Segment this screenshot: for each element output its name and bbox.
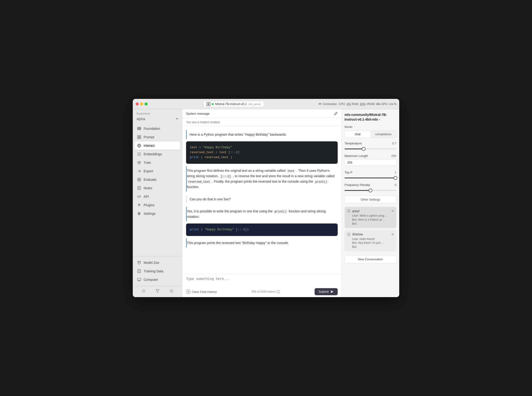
graduation-icon bbox=[137, 160, 141, 165]
model-suffix: mlx_server bbox=[248, 103, 261, 105]
monitor-icon bbox=[137, 278, 141, 282]
conv-header-1: qnkyf ✕ bbox=[347, 209, 394, 213]
sidebar-item-train[interactable]: Train bbox=[135, 159, 180, 167]
sidebar-item-embeddings[interactable]: Embeddings bbox=[135, 150, 180, 158]
svg-rect-41 bbox=[137, 278, 141, 280]
svg-point-36 bbox=[140, 261, 141, 262]
prompt-label: Prompt bbox=[144, 135, 154, 139]
minimize-button[interactable] bbox=[140, 102, 143, 105]
top-p-label: Top P bbox=[344, 171, 352, 174]
foundation-label: Foundation bbox=[144, 127, 160, 130]
clear-chat-button[interactable]: ✕ Clear Chat History bbox=[186, 290, 217, 294]
top-p-slider[interactable] bbox=[344, 175, 396, 180]
conv-bot-2: Bot: Hey there! I'm just ... bbox=[352, 241, 394, 245]
embeddings-label: Embeddings bbox=[144, 152, 162, 156]
code-token: = bbox=[216, 151, 219, 154]
gear-icon[interactable] bbox=[169, 289, 174, 293]
main-content: Experiment: alpha Foundation bbox=[133, 109, 399, 297]
mode-buttons: chat completions bbox=[344, 130, 396, 138]
mode-chat-button[interactable]: chat bbox=[345, 131, 371, 138]
new-conversation-button[interactable]: New Conversation bbox=[344, 255, 396, 263]
other-settings-button[interactable]: Other Settings bbox=[344, 196, 396, 204]
sun-icon[interactable] bbox=[141, 289, 146, 293]
token-info: 956 of 2048 tokens i bbox=[252, 290, 280, 293]
sidebar-item-export[interactable]: Export bbox=[135, 167, 180, 175]
svg-point-12 bbox=[138, 154, 138, 155]
cpu-value: 4% bbox=[347, 102, 351, 106]
code-token: [::-1]) bbox=[236, 228, 249, 231]
maximize-button[interactable] bbox=[144, 102, 148, 105]
vram-value: 0% bbox=[376, 102, 380, 106]
bot-text-2d: . Finally, the program prints the revers… bbox=[212, 180, 314, 183]
conv-close-1[interactable]: ✕ bbox=[391, 209, 394, 213]
info-icon: i bbox=[277, 290, 280, 293]
max-length-section: Maximum Length 256 bbox=[344, 154, 396, 168]
max-length-input[interactable] bbox=[344, 159, 396, 166]
stop-icon[interactable] bbox=[206, 102, 210, 106]
sidebar-item-interact[interactable]: Interact bbox=[135, 142, 180, 150]
right-panel: mlx-community/Mistral-7B-Instruct-v0.1-4… bbox=[342, 109, 399, 297]
export-icon bbox=[137, 169, 141, 173]
export-label: Export bbox=[144, 169, 153, 173]
sidebar-item-foundation[interactable]: Foundation bbox=[135, 125, 180, 133]
inline-code-3: reversed_text bbox=[187, 180, 211, 184]
svg-point-32 bbox=[139, 213, 140, 214]
inline-code-5: print() bbox=[274, 210, 288, 214]
bot-text-4: This program prints the reversed text "B… bbox=[187, 241, 289, 245]
freq-penalty-slider[interactable] bbox=[344, 188, 396, 193]
code-token: print bbox=[190, 156, 199, 159]
target-icon bbox=[137, 177, 141, 182]
edit-system-message-button[interactable] bbox=[334, 112, 338, 115]
message-block-2: Can you do that in one line? bbox=[186, 195, 338, 203]
plugins-label: Plugins bbox=[144, 203, 154, 207]
freq-penalty-section: Frequency Penalty 0 bbox=[344, 183, 396, 193]
sidebar-item-api[interactable]: API bbox=[135, 192, 180, 201]
conv-close-2[interactable]: ✕ bbox=[391, 233, 394, 236]
sliders-icon bbox=[137, 211, 141, 216]
chat-input-field[interactable] bbox=[186, 277, 338, 285]
sidebar-item-training-data[interactable]: Training Data bbox=[135, 267, 180, 275]
sidebar-item-prompt[interactable]: Prompt bbox=[135, 133, 180, 141]
sidebar-item-evaluate[interactable]: Evaluate bbox=[135, 175, 180, 184]
submit-button[interactable]: Submit bbox=[315, 288, 338, 295]
sidebar-nav: Foundation Prompt bbox=[133, 125, 182, 255]
gpu-label: GPU: bbox=[381, 102, 388, 106]
mode-completions-button[interactable]: completions bbox=[371, 131, 396, 138]
svg-point-35 bbox=[138, 261, 139, 262]
system-message-field[interactable] bbox=[186, 120, 338, 124]
conv-user-2: User: Hello friend! bbox=[352, 237, 394, 241]
close-button[interactable] bbox=[136, 102, 139, 105]
sidebar-item-model-zoo[interactable]: Model Zoo bbox=[135, 259, 180, 267]
top-p-section: Top P 1 bbox=[344, 171, 396, 180]
mode-label: Mode: bbox=[344, 125, 396, 129]
trophy-icon[interactable] bbox=[155, 289, 160, 293]
temperature-header: Temperature 0.7 bbox=[344, 142, 396, 145]
code-token: text bbox=[190, 146, 197, 149]
status-dot bbox=[212, 103, 214, 105]
sidebar-item-computer[interactable]: Computer bbox=[135, 276, 180, 284]
temperature-slider[interactable] bbox=[344, 146, 396, 151]
bot-message-4: This program prints the reversed text "B… bbox=[186, 238, 338, 247]
inline-code-2: [::-1] bbox=[220, 175, 232, 178]
freq-penalty-label: Frequency Penalty bbox=[344, 183, 370, 187]
svg-line-49 bbox=[142, 292, 143, 292]
svg-point-11 bbox=[140, 153, 141, 153]
svg-point-17 bbox=[140, 155, 141, 156]
message-block-3: Yes, it is possible to write the program… bbox=[186, 207, 338, 248]
top-p-value: 1 bbox=[395, 171, 396, 174]
traffic-lights bbox=[136, 102, 148, 105]
conv-bot-1b: Bot: bbox=[352, 222, 394, 226]
experiment-selector[interactable]: alpha bbox=[133, 116, 182, 122]
conversation-item-1[interactable]: qnkyf ✕ User: Write a python prog ... Bo… bbox=[344, 207, 396, 228]
ram-label: RAM: bbox=[352, 102, 359, 106]
bot-text-1: Here is a Python program that writes "Ha… bbox=[190, 133, 286, 136]
sidebar-item-notes[interactable]: Notes bbox=[135, 184, 180, 192]
temperature-label: Temperature bbox=[344, 142, 362, 145]
sidebar-item-settings[interactable]: Settings bbox=[135, 210, 180, 218]
conversations-section: qnkyf ✕ User: Write a python prog ... Bo… bbox=[344, 207, 396, 294]
bot-message-3: Yes, it is possible to write the program… bbox=[186, 207, 338, 221]
svg-point-13 bbox=[139, 154, 140, 155]
sidebar-item-plugins[interactable]: Plugins bbox=[135, 201, 180, 209]
model-badge[interactable]: Mistral-7B-Instruct-v0.1 mlx_server bbox=[204, 101, 264, 107]
conversation-item-2[interactable]: 30a2wa ✕ User: Hello friend! Bot: Hey th… bbox=[344, 230, 396, 251]
